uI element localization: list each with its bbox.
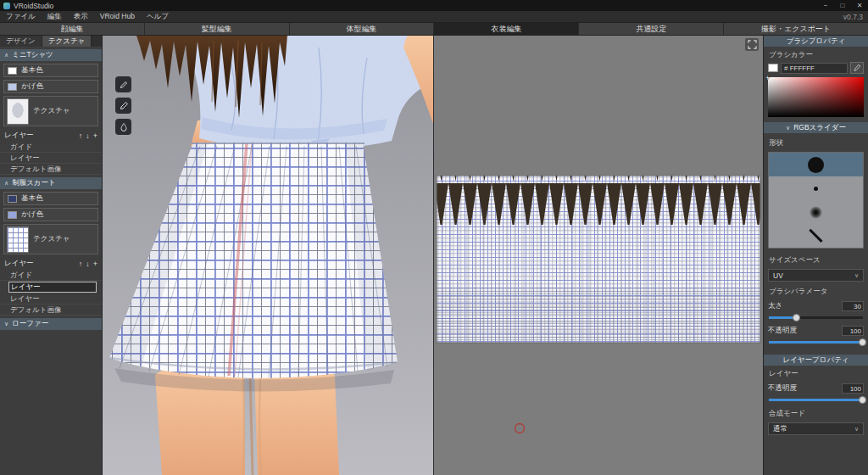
- chevron-down-icon: ∨: [4, 321, 8, 327]
- layer-down-icon[interactable]: ↓: [86, 131, 90, 140]
- layer-down-icon[interactable]: ↓: [86, 260, 90, 268]
- brush-color-label: ブラシカラー: [764, 47, 868, 62]
- layer-up-icon[interactable]: ↑: [79, 260, 83, 268]
- rgb-slider-title: RGBスライダー: [793, 123, 846, 133]
- brush-properties-header: ブラシプロパティ: [764, 36, 868, 47]
- tab-hair-edit[interactable]: 髪型編集: [145, 23, 290, 35]
- close-icon[interactable]: ✕: [851, 0, 868, 11]
- saturation-value-picker[interactable]: +: [768, 77, 864, 117]
- layer-rename-input[interactable]: [8, 282, 97, 293]
- opacity-value-input[interactable]: 100: [842, 326, 864, 336]
- slider-knob[interactable]: [793, 314, 800, 321]
- skirt-shade-color-row[interactable]: かげ色: [3, 208, 98, 221]
- chevron-down-icon: ∨: [854, 426, 859, 433]
- menu-help[interactable]: ヘルプ: [141, 11, 175, 22]
- tab-clothing-edit[interactable]: 衣装編集: [434, 23, 579, 35]
- menu-vroid-hub[interactable]: VRoid Hub: [94, 11, 141, 22]
- window-title: VRoidStudio: [14, 2, 53, 10]
- section-title: ローファー: [12, 319, 48, 329]
- list-item-guide[interactable]: ガイド: [0, 270, 102, 281]
- menu-file[interactable]: ファイル: [0, 11, 42, 22]
- list-item-layer[interactable]: レイヤー: [0, 293, 102, 305]
- list-item-layer[interactable]: レイヤー: [0, 153, 102, 164]
- tab-capture-export[interactable]: 撮影・エクスポート: [724, 23, 868, 35]
- brush-opacity-row: 不透明度 100: [764, 323, 868, 337]
- uv-editor-panel[interactable]: [433, 36, 763, 475]
- color-hex-input[interactable]: # FFFFFF: [781, 63, 848, 74]
- size-space-select[interactable]: UV ∨: [768, 269, 864, 282]
- list-item-default-image[interactable]: デフォルト画像: [0, 305, 102, 316]
- skirt-base-color-row[interactable]: 基本色: [3, 192, 98, 205]
- skirt-texture-row[interactable]: テクスチャ: [3, 224, 98, 254]
- shape-label: 形状: [764, 135, 868, 150]
- section-header-loafers[interactable]: ∨ ローファー: [0, 318, 102, 330]
- shirt-shade-color-row[interactable]: かげ色: [3, 80, 98, 93]
- blur-tool-button[interactable]: [115, 119, 131, 135]
- layer-opacity-label: 不透明度: [768, 383, 797, 394]
- layer-up-icon[interactable]: ↑: [79, 131, 83, 140]
- section-title: 制服スカート: [12, 178, 56, 188]
- menu-edit[interactable]: 編集: [42, 11, 68, 22]
- section-header-mini-tshirt[interactable]: ∧ ミニTシャツ: [0, 49, 102, 61]
- eyedropper-icon: [853, 64, 861, 72]
- menubar: ファイル 編集 表示 VRoid Hub ヘルプ v0.7.3: [0, 11, 868, 23]
- sv-cursor-icon: +: [765, 74, 770, 82]
- edit-mode-tabbar: 顔編集 髪型編集 体型編集 衣装編集 共通設定 撮影・エクスポート: [0, 23, 868, 36]
- rgb-slider-section-header[interactable]: ∨ RGBスライダー: [764, 122, 868, 133]
- minimize-icon[interactable]: −: [817, 0, 834, 11]
- brush-opacity-slider[interactable]: [769, 337, 863, 348]
- menu-view[interactable]: 表示: [68, 11, 94, 22]
- diagonal-line-icon: [810, 229, 823, 243]
- layer-header-label: レイヤー: [4, 259, 34, 269]
- character-render[interactable]: [103, 36, 433, 475]
- tab-texture[interactable]: テクスチャ: [42, 36, 92, 47]
- tab-design[interactable]: デザイン: [0, 36, 42, 47]
- eyedropper-icon: [119, 101, 129, 111]
- thickness-label: 太さ: [768, 301, 782, 311]
- viewport-3d[interactable]: [103, 36, 433, 475]
- chevron-up-icon: ∧: [4, 180, 8, 187]
- layer-opacity-slider[interactable]: [769, 394, 863, 405]
- eyedropper-tool-button[interactable]: [115, 98, 131, 114]
- thickness-value-input[interactable]: 30: [842, 301, 864, 311]
- shape-option-diagonal-line[interactable]: [769, 224, 863, 248]
- skirt-layer-bar: レイヤー ↑ ↓ +: [0, 257, 102, 270]
- shirt-texture-row[interactable]: テクスチャ: [3, 96, 98, 126]
- list-item-default-image[interactable]: デフォルト画像: [0, 164, 102, 175]
- small-dot-icon: [814, 187, 818, 191]
- chevron-down-icon: ∨: [786, 125, 790, 131]
- layer-add-icon[interactable]: +: [93, 131, 97, 140]
- uv-fullscreen-button[interactable]: [745, 38, 759, 51]
- shape-option-solid-circle[interactable]: [769, 153, 863, 176]
- layer-add-icon[interactable]: +: [93, 260, 97, 268]
- shape-option-small-dot[interactable]: [769, 176, 863, 200]
- tab-face-edit[interactable]: 顔編集: [0, 23, 145, 35]
- thickness-slider[interactable]: [769, 312, 863, 323]
- blend-mode-select[interactable]: 通常 ∨: [768, 422, 864, 435]
- slider-knob[interactable]: [859, 338, 866, 346]
- shade-color-label: かげ色: [21, 210, 43, 220]
- left-panel-tabs: デザイン テクスチャ: [0, 36, 102, 47]
- shirt-base-color-row[interactable]: 基本色: [3, 64, 98, 77]
- tab-body-edit[interactable]: 体型編集: [290, 23, 435, 35]
- slider-knob[interactable]: [859, 396, 866, 404]
- brush-tool-button[interactable]: [115, 76, 131, 92]
- shirt-layer-bar: レイヤー ↑ ↓ +: [0, 129, 102, 142]
- layer-opacity-value-input[interactable]: 100: [842, 383, 864, 394]
- solid-circle-icon: [808, 157, 824, 173]
- uv-texture-canvas[interactable]: [434, 36, 763, 475]
- tab-common-settings[interactable]: 共通設定: [579, 23, 724, 35]
- list-item-guide[interactable]: ガイド: [0, 142, 102, 153]
- blend-mode-value: 通常: [773, 424, 787, 434]
- blend-mode-label: 合成モード: [764, 405, 868, 421]
- brush-color-swatch[interactable]: [768, 64, 778, 72]
- shape-option-soft-circle[interactable]: [769, 200, 863, 224]
- chevron-down-icon: ∨: [854, 272, 859, 279]
- eyedropper-button[interactable]: [850, 62, 864, 74]
- titlebar: VRoidStudio − □ ✕: [0, 0, 868, 11]
- brush-color-row: # FFFFFF: [764, 62, 868, 74]
- base-color-label: 基本色: [21, 65, 43, 75]
- maximize-icon[interactable]: □: [834, 0, 851, 11]
- section-header-uniform-skirt[interactable]: ∧ 制服スカート: [0, 177, 102, 189]
- color-swatch: [8, 211, 17, 219]
